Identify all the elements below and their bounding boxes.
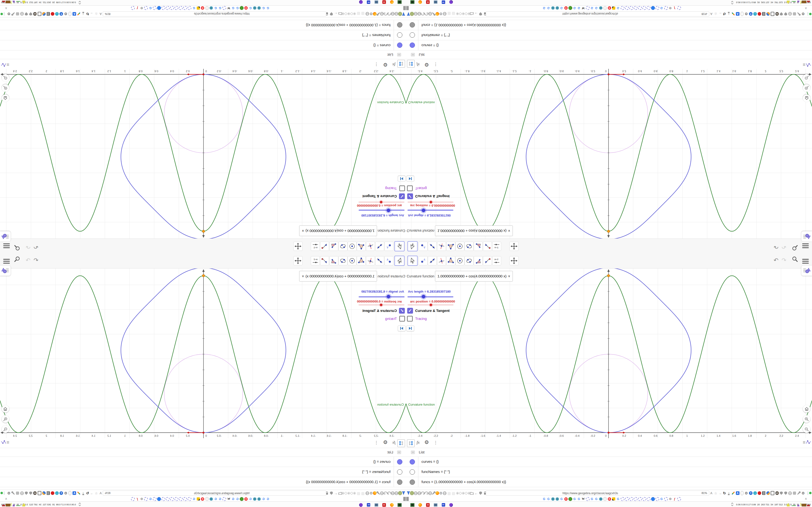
monitor-camera-icon[interactable] bbox=[434, 0, 438, 4]
puzzle-icon[interactable] bbox=[15, 12, 19, 16]
bookmark-dash-icon[interactable] bbox=[677, 6, 681, 10]
download-icon[interactable]: ↓ bbox=[81, 12, 85, 16]
chevron-up-icon[interactable]: ∧ bbox=[805, 6, 807, 10]
curvature-function-dropdown[interactable]: 1.000000000000 + cos(4.000000000000 x) ▼ bbox=[435, 271, 513, 282]
ring-icon[interactable] bbox=[345, 12, 347, 15]
tool-polygon[interactable] bbox=[357, 256, 366, 265]
bookmark-g-icon[interactable]: G bbox=[148, 6, 152, 10]
tool-move-graphics-view[interactable] bbox=[509, 256, 519, 265]
shield-icon[interactable] bbox=[24, 12, 28, 16]
bookmark-f-icon[interactable]: f bbox=[135, 6, 140, 10]
trash-icon[interactable] bbox=[762, 491, 766, 495]
arc-length-slider[interactable] bbox=[359, 296, 405, 297]
bookmark-dash-icon[interactable] bbox=[677, 497, 681, 501]
visibility-marble[interactable] bbox=[397, 459, 402, 464]
ghost-icon[interactable] bbox=[451, 492, 456, 496]
plus-circle-icon[interactable]: + bbox=[59, 12, 63, 16]
trash-icon[interactable] bbox=[762, 12, 766, 16]
globe-icon[interactable] bbox=[443, 12, 447, 16]
undo-icon[interactable]: ↶ bbox=[772, 256, 780, 265]
bookmark-dash-icon[interactable] bbox=[153, 6, 157, 10]
ring-icon[interactable] bbox=[345, 492, 347, 495]
bookmark-duck-icon[interactable] bbox=[240, 497, 244, 501]
overflow-menu-icon[interactable]: ⋮ bbox=[2, 12, 6, 16]
bookmark-w-icon[interactable]: W bbox=[581, 497, 585, 501]
translate-blue-icon[interactable]: A bbox=[735, 491, 740, 495]
bookmark-f-icon[interactable]: f bbox=[672, 497, 677, 501]
gear-icon[interactable]: ⚙ bbox=[369, 491, 373, 495]
algebra-panel-toggle[interactable]: ≣ bbox=[1, 62, 9, 67]
gear-icon[interactable]: ⚙ bbox=[63, 12, 68, 16]
back-icon[interactable]: ← bbox=[474, 491, 478, 495]
kebab-menu-icon[interactable]: ⋮ bbox=[374, 62, 378, 67]
pencil-icon[interactable] bbox=[731, 12, 735, 16]
tool-slider[interactable]: a=2 bbox=[492, 256, 501, 265]
tool-move-cursor[interactable] bbox=[407, 241, 418, 251]
translate-icon[interactable]: A bbox=[709, 491, 713, 495]
play-button[interactable] bbox=[398, 176, 406, 181]
bookmark-g-icon[interactable]: G bbox=[214, 6, 218, 10]
shield-icon[interactable] bbox=[329, 12, 334, 16]
chevron-up-icon[interactable]: ∧ bbox=[5, 497, 7, 501]
tool-reflect-about-line[interactable] bbox=[483, 242, 492, 251]
red-circle-icon[interactable] bbox=[51, 12, 55, 16]
bookmark-dash-icon[interactable] bbox=[647, 6, 651, 10]
arc-length-slider-knob[interactable] bbox=[387, 209, 390, 212]
url-bar[interactable]: https://www.geogebra.org/classic/aagcxh3… bbox=[103, 491, 326, 496]
collapse-button[interactable]: − bbox=[411, 53, 415, 56]
translate-blue-icon[interactable]: A bbox=[735, 12, 740, 16]
globe-gray-icon[interactable] bbox=[20, 491, 24, 495]
pencil-icon[interactable] bbox=[77, 12, 81, 16]
bookmark-g-icon[interactable]: G bbox=[590, 6, 594, 10]
visibility-marble[interactable] bbox=[397, 469, 402, 475]
tracing-checkbox[interactable] bbox=[399, 185, 405, 191]
bookmark-f-icon[interactable]: f bbox=[135, 497, 140, 501]
bookmark-g-icon[interactable]: G bbox=[660, 497, 664, 501]
bookmark-w-icon[interactable]: W bbox=[227, 6, 231, 10]
bookmark-dash-icon[interactable] bbox=[183, 497, 187, 501]
plus-circle-icon[interactable]: + bbox=[749, 12, 753, 16]
ring-icon[interactable] bbox=[465, 492, 467, 495]
tool-slider[interactable]: a=2 bbox=[311, 256, 320, 265]
bookmark-dash-icon[interactable] bbox=[629, 6, 633, 10]
wrench-icon[interactable] bbox=[11, 491, 15, 495]
tool-angle[interactable]: α bbox=[474, 256, 483, 265]
bookmark-g-icon[interactable]: G bbox=[594, 6, 598, 10]
arc-length-slider-knob[interactable] bbox=[422, 209, 425, 212]
chevron-up-icon[interactable]: ∧ bbox=[805, 497, 807, 501]
tool-reflect-about-line[interactable] bbox=[320, 256, 329, 265]
bookmark-dash-icon[interactable] bbox=[625, 6, 629, 10]
tracing-checkbox[interactable] bbox=[399, 316, 405, 322]
arc-position-slider[interactable] bbox=[408, 305, 453, 305]
visibility-marble[interactable] bbox=[410, 480, 415, 485]
puzzle-icon[interactable] bbox=[15, 491, 19, 495]
tool-move-cursor[interactable] bbox=[394, 241, 405, 251]
pin-icon[interactable] bbox=[402, 12, 406, 16]
bookmark-g-icon[interactable]: G bbox=[542, 6, 546, 10]
olive-gear-icon[interactable] bbox=[398, 491, 402, 495]
ghost-icon[interactable] bbox=[447, 11, 451, 15]
pencil-icon[interactable] bbox=[731, 491, 735, 495]
collapse-button[interactable]: − bbox=[411, 451, 415, 454]
ghost-icon[interactable] bbox=[356, 492, 361, 496]
translate-icon[interactable]: A bbox=[709, 12, 713, 16]
bookmark-g-icon[interactable]: G bbox=[616, 6, 620, 10]
reload-icon[interactable]: ↻ bbox=[86, 12, 90, 16]
bookmark-teal-icon[interactable] bbox=[599, 497, 603, 501]
dot-circle-icon[interactable] bbox=[353, 12, 356, 15]
purple-face-icon[interactable] bbox=[359, 0, 363, 4]
ring-icon[interactable] bbox=[350, 492, 353, 495]
bookmark-blue-icon[interactable] bbox=[157, 497, 161, 501]
list-header-row[interactable]: − List bbox=[406, 50, 812, 59]
chevron-up-icon[interactable]: ∧ bbox=[5, 6, 7, 10]
download-icon[interactable]: ↓ bbox=[727, 491, 731, 495]
bookmark-dash-icon[interactable] bbox=[638, 6, 642, 10]
bookmark-dash-icon[interactable] bbox=[633, 6, 638, 10]
bookmark-duck-icon[interactable] bbox=[240, 6, 244, 10]
red-circle-icon[interactable] bbox=[51, 491, 55, 495]
collapse-button[interactable]: − bbox=[397, 451, 401, 454]
algebra-row-funcnames[interactable]: funcNames = {" "} bbox=[406, 467, 812, 477]
algebra-row-curves[interactable]: curves = {} bbox=[0, 457, 406, 467]
gear-icon[interactable]: ⚙ bbox=[424, 62, 429, 68]
bookmark-dash-icon[interactable] bbox=[188, 497, 192, 501]
